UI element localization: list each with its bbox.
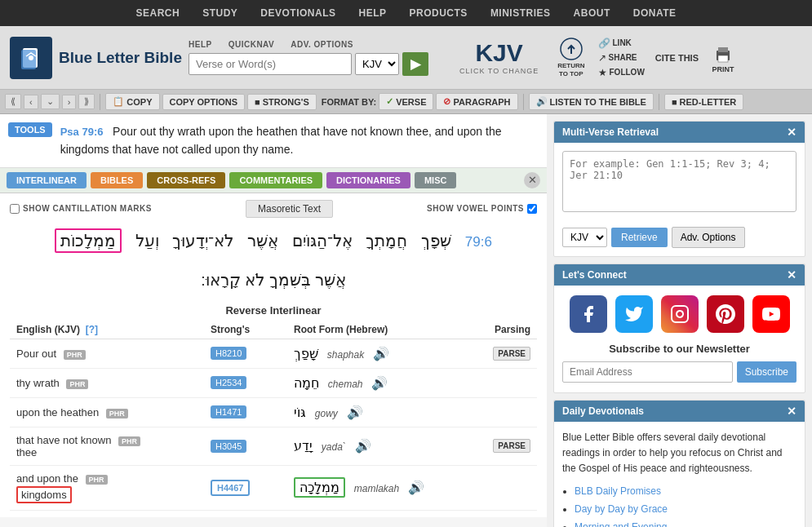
transliteration: gowy bbox=[315, 408, 338, 419]
youtube-svg bbox=[761, 304, 781, 324]
audio-button[interactable]: 🔊 bbox=[355, 439, 371, 453]
nav-products[interactable]: PRODUCTS bbox=[398, 2, 479, 24]
listen-button[interactable]: 🔊 LISTEN TO THE BIBLE bbox=[529, 93, 654, 110]
bible-icon bbox=[18, 45, 44, 71]
logo-icon[interactable] bbox=[10, 37, 52, 79]
nav-next2[interactable]: › bbox=[62, 95, 77, 109]
transliteration: mamlakah bbox=[354, 483, 399, 494]
parse-button[interactable]: PARSE bbox=[493, 347, 530, 361]
multiverse-body bbox=[554, 143, 805, 223]
help-link[interactable]: [?] bbox=[86, 324, 98, 335]
phr-badge[interactable]: PHR bbox=[118, 436, 140, 446]
tab-misc[interactable]: MISC bbox=[415, 172, 457, 188]
blb-daily-link[interactable]: BLB Daily Promises bbox=[575, 485, 661, 497]
phr-badge[interactable]: PHR bbox=[64, 350, 86, 360]
phr-badge[interactable]: PHR bbox=[66, 379, 88, 389]
verse-button[interactable]: ✓ VERSE bbox=[379, 93, 433, 110]
phr-badge[interactable]: PHR bbox=[106, 409, 128, 418]
parse-button[interactable]: PARSE bbox=[493, 439, 530, 453]
tab-cross-refs[interactable]: CROSS-REFS bbox=[147, 172, 225, 188]
vowel-checkbox[interactable] bbox=[527, 204, 537, 214]
nav-donate[interactable]: DONATE bbox=[622, 2, 688, 24]
cantillation-checkbox[interactable] bbox=[10, 204, 20, 214]
strongs-link[interactable]: H1471 bbox=[211, 405, 246, 418]
audio-button[interactable]: 🔊 bbox=[347, 405, 363, 419]
hebrew-word-el: אֶל־הַגּוֹיִם bbox=[292, 232, 353, 250]
nav-devotionals[interactable]: DEVOTIONALS bbox=[249, 2, 347, 24]
tools-badge[interactable]: TOOLS bbox=[8, 122, 52, 137]
verse-ref[interactable]: Psa 79:6 bbox=[60, 126, 104, 138]
morning-evening-link[interactable]: Morning and Evening bbox=[575, 521, 667, 527]
multiverse-input[interactable] bbox=[562, 151, 796, 212]
nav-search[interactable]: SEARCH bbox=[125, 2, 192, 24]
tab-dictionaries[interactable]: DICTIONARIES bbox=[326, 172, 410, 188]
strongs-link[interactable]: H2534 bbox=[211, 376, 246, 389]
svg-point-2 bbox=[29, 55, 33, 60]
tab-interlinear[interactable]: INTERLINEAR bbox=[7, 172, 87, 188]
cite-this[interactable]: CITE THIS bbox=[655, 53, 699, 63]
version-dropdown[interactable]: KJV bbox=[562, 228, 607, 247]
multiverse-close[interactable]: ✕ bbox=[787, 126, 796, 139]
strongs-link-outline[interactable]: H4467 bbox=[211, 480, 250, 496]
search-row: KJV ▶ bbox=[189, 52, 428, 76]
cantillation-label[interactable]: SHOW CANTILLATION MARKS bbox=[10, 204, 152, 214]
audio-button[interactable]: 🔊 bbox=[371, 376, 388, 390]
kjv-block[interactable]: KJV CLICK TO CHANGE bbox=[459, 41, 539, 75]
version-select[interactable]: KJV bbox=[355, 53, 399, 75]
youtube-icon[interactable] bbox=[752, 295, 790, 333]
nav-down[interactable]: ⌄ bbox=[41, 94, 60, 109]
newsletter-input[interactable] bbox=[562, 361, 733, 383]
return-to-top[interactable]: RETURNTO TOP bbox=[557, 38, 584, 78]
help-label[interactable]: HELP bbox=[189, 40, 212, 49]
devotionals-links: BLB Daily Promises Day by Day by Grace M… bbox=[562, 484, 796, 527]
nav-study[interactable]: STUDY bbox=[191, 2, 249, 24]
twitter-icon[interactable] bbox=[615, 295, 653, 333]
quicknav-label[interactable]: QUICKNAV bbox=[229, 40, 275, 49]
nav-prev2[interactable]: ‹ bbox=[24, 95, 38, 109]
strongs-button[interactable]: ■ STRONG'S bbox=[247, 94, 317, 110]
nav-first[interactable]: ⟪ bbox=[5, 94, 21, 109]
nav-about[interactable]: ABOUT bbox=[562, 2, 622, 24]
day-by-day-link[interactable]: Day by Day by Grace bbox=[575, 503, 668, 515]
paragraph-button[interactable]: ⊘ PARAGRAPH bbox=[436, 93, 517, 110]
go-button[interactable]: ▶ bbox=[402, 52, 428, 76]
paragraph-icon: ⊘ bbox=[443, 96, 450, 107]
adv-options-button[interactable]: Adv. Options bbox=[672, 227, 745, 248]
devotionals-close[interactable]: ✕ bbox=[787, 405, 796, 418]
phr-badge[interactable]: PHR bbox=[86, 475, 108, 485]
tab-bibles[interactable]: BIBLES bbox=[91, 172, 143, 188]
hebrew-word-shaphak: שְׁפָךְ bbox=[421, 232, 451, 250]
share-item[interactable]: ↗ SHARE bbox=[598, 52, 645, 64]
copy-options-button[interactable]: COPY OPTIONS bbox=[162, 94, 246, 110]
pinterest-svg bbox=[716, 304, 735, 324]
retrieve-button[interactable]: Retrieve bbox=[611, 228, 668, 247]
copy-button[interactable]: 📋 COPY bbox=[105, 93, 159, 110]
nav-help[interactable]: HELP bbox=[348, 2, 398, 24]
follow-item[interactable]: ★ FOLLOW bbox=[598, 67, 645, 78]
connect-close[interactable]: ✕ bbox=[787, 268, 796, 281]
adv-options-label[interactable]: ADV. OPTIONS bbox=[291, 40, 353, 49]
instagram-icon[interactable] bbox=[661, 295, 699, 333]
link-item[interactable]: 🔗 LINK bbox=[598, 38, 645, 49]
nav-ministries[interactable]: MINISTRIES bbox=[479, 2, 562, 24]
tab-close[interactable]: ✕ bbox=[524, 172, 540, 188]
top-nav: SEARCH STUDY DEVOTIONALS HELP PRODUCTS M… bbox=[0, 0, 812, 26]
tab-commentaries[interactable]: COMMENTARIES bbox=[229, 172, 322, 188]
audio-button[interactable]: 🔊 bbox=[408, 480, 424, 494]
devotionals-body: Blue Letter Bible offers several daily d… bbox=[554, 422, 805, 527]
strongs-link[interactable]: H3045 bbox=[211, 440, 246, 453]
nav-last[interactable]: ⟫ bbox=[78, 94, 95, 109]
audio-button[interactable]: 🔊 bbox=[373, 347, 389, 361]
svg-rect-7 bbox=[672, 306, 688, 322]
search-input[interactable] bbox=[189, 53, 352, 75]
facebook-icon[interactable] bbox=[570, 295, 607, 333]
subscribe-button[interactable]: Subscribe bbox=[737, 361, 796, 383]
vowel-label[interactable]: SHOW VOWEL POINTS bbox=[427, 204, 537, 214]
print-button[interactable]: PRINT bbox=[712, 42, 734, 73]
transliteration: yada` bbox=[322, 441, 346, 453]
main-content: TOOLS Psa 79:6 Pour out thy wrath upon t… bbox=[0, 114, 812, 527]
col-strongs-header: Strong's bbox=[204, 321, 287, 339]
red-letter-button[interactable]: ■ RED-LETTER bbox=[664, 94, 743, 110]
strongs-link[interactable]: H8210 bbox=[211, 347, 246, 360]
pinterest-icon[interactable] bbox=[707, 295, 744, 333]
